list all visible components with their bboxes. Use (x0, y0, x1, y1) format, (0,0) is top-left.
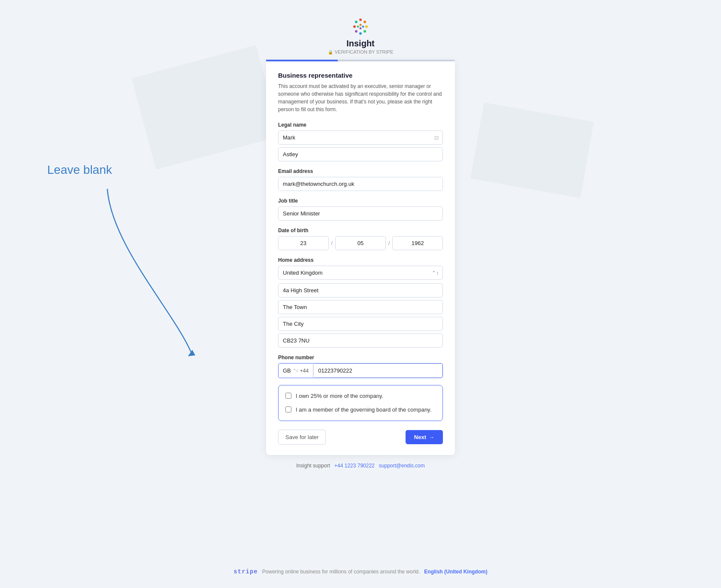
dob-label: Date of birth (278, 227, 443, 233)
main-card: Insight 🔒 VERIFICATION BY STRIPE Busines… (266, 9, 455, 469)
governing-board-checkbox[interactable] (285, 406, 291, 412)
app-name: Insight (266, 39, 455, 48)
stripe-logo: stripe (233, 568, 258, 575)
svg-point-8 (355, 21, 357, 23)
home-address-label: Home address (278, 257, 443, 263)
support-phone[interactable]: +44 1223 790222 (334, 463, 375, 469)
svg-point-10 (362, 26, 364, 28)
bg-shape-right (470, 103, 594, 198)
phone-country-selector[interactable]: GB ⌃↕ +44 (279, 364, 313, 377)
checkbox-section: I own 25% or more of the company. I am a… (278, 385, 443, 421)
section-desc: This account must be activated by an exe… (278, 82, 443, 113)
id-card-icon: ⊡ (434, 135, 439, 141)
dob-sep-1: / (331, 240, 333, 246)
svg-point-12 (357, 26, 359, 28)
svg-point-1 (359, 18, 362, 21)
legal-name-label: Legal name (278, 122, 443, 128)
country-select-wrapper: United Kingdom United States ⌃↕ (278, 266, 443, 280)
svg-point-5 (359, 32, 362, 35)
email-input[interactable] (278, 177, 443, 191)
job-title-group: Job title (278, 198, 443, 221)
save-later-button[interactable]: Save for later (278, 430, 326, 445)
street-wrapper (278, 283, 443, 297)
legal-name-group: Legal name ⊡ (278, 122, 443, 161)
svg-point-7 (353, 25, 356, 28)
phone-group: Phone number GB ⌃↕ +44 (278, 355, 443, 378)
checkbox-row-2: I am a member of the governing board of … (285, 406, 436, 414)
stripe-footer: stripe Powering online business for mill… (0, 568, 721, 575)
dob-day-input[interactable] (278, 236, 329, 250)
annotation-text: Leave blank (47, 163, 112, 176)
support-email[interactable]: support@endis.com (379, 463, 425, 469)
support-footer: Insight support +44 1223 790222 support@… (266, 463, 455, 469)
street-input[interactable] (278, 283, 443, 297)
job-title-input[interactable] (278, 206, 443, 221)
annotation-group: Leave blank (47, 163, 112, 177)
button-row: Save for later Next → (278, 430, 443, 445)
city-wrapper (278, 317, 443, 331)
country-select[interactable]: United Kingdom United States (278, 266, 443, 280)
postcode-wrapper (278, 333, 443, 348)
next-button[interactable]: Next → (406, 430, 443, 444)
town-input[interactable] (278, 300, 443, 314)
logo-area: Insight 🔒 VERIFICATION BY STRIPE (266, 9, 455, 60)
phone-country-chevron: ⌃↕ (293, 368, 298, 373)
email-group: Email address (278, 168, 443, 191)
dob-month-input[interactable] (335, 236, 386, 250)
phone-number-input[interactable] (313, 364, 442, 378)
bg-shape-left (132, 45, 281, 170)
postcode-input[interactable] (278, 333, 443, 348)
checkbox-row-1: I own 25% or more of the company. (285, 392, 436, 400)
dob-sep-2: / (388, 240, 390, 246)
arrow-right-icon: → (429, 434, 434, 440)
phone-row: GB ⌃↕ +44 (278, 363, 443, 378)
verification-label: 🔒 VERIFICATION BY STRIPE (266, 49, 455, 55)
lock-icon: 🔒 (328, 50, 333, 55)
last-name-input[interactable] (278, 147, 443, 161)
dob-row: / / (278, 236, 443, 250)
language-selector[interactable]: English (United Kingdom) (424, 569, 487, 575)
support-label: Insight support (296, 463, 330, 469)
form-card: Business representative This account mus… (266, 61, 455, 455)
svg-point-4 (364, 30, 366, 33)
svg-point-11 (360, 27, 362, 30)
first-name-input[interactable] (278, 130, 443, 145)
stripe-powering-text: Powering online business for millions of… (262, 569, 420, 575)
svg-marker-0 (188, 350, 195, 356)
job-title-label: Job title (278, 198, 443, 204)
section-title: Business representative (278, 72, 443, 79)
svg-point-6 (355, 30, 357, 33)
svg-point-3 (365, 25, 368, 28)
city-input[interactable] (278, 317, 443, 331)
phone-dial-code: +44 (300, 368, 309, 374)
home-address-group: Home address United Kingdom United State… (278, 257, 443, 348)
checkbox-2-label: I am a member of the governing board of … (296, 406, 431, 414)
owns-25-percent-checkbox[interactable] (285, 393, 291, 399)
town-wrapper (278, 300, 443, 314)
first-name-wrapper: ⊡ (278, 130, 443, 145)
svg-point-9 (360, 24, 362, 26)
verification-text: VERIFICATION BY STRIPE (335, 49, 394, 55)
checkbox-1-label: I own 25% or more of the company. (296, 392, 383, 400)
annotation-arrow (86, 180, 197, 361)
svg-point-2 (364, 21, 366, 23)
app-logo (350, 16, 371, 37)
phone-country-code: GB (283, 367, 291, 374)
dob-year-input[interactable] (392, 236, 443, 250)
phone-label: Phone number (278, 355, 443, 361)
dob-group: Date of birth / / (278, 227, 443, 250)
email-label: Email address (278, 168, 443, 174)
next-label: Next (414, 434, 426, 440)
